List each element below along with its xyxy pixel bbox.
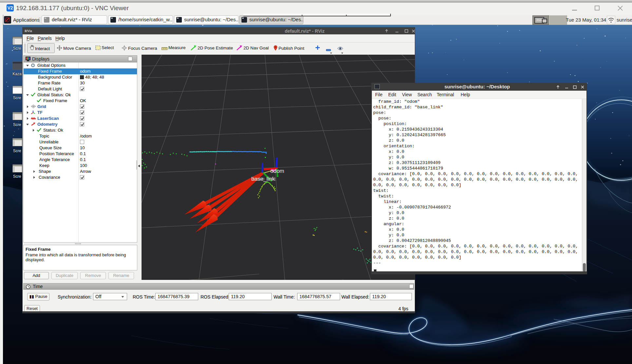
svg-text:odom: odom [270, 168, 284, 174]
svg-text:base_link: base_link [253, 176, 276, 182]
